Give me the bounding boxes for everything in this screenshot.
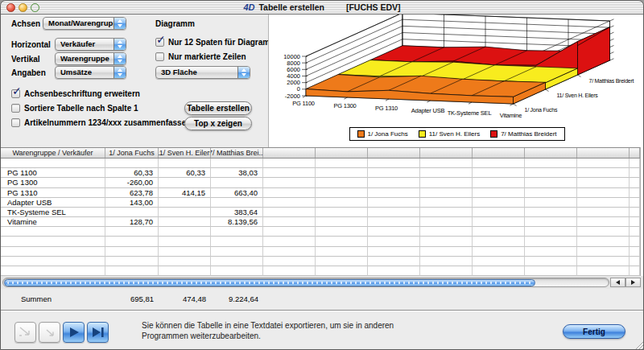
table-cell bbox=[630, 257, 640, 266]
table-cell bbox=[316, 247, 368, 257]
table-row[interactable] bbox=[1, 257, 640, 266]
achsen-popup[interactable]: Monat/Warengrupp... bbox=[43, 17, 126, 30]
vertical-scrollbar[interactable] bbox=[640, 147, 644, 276]
svg-text:8000: 8000 bbox=[287, 60, 300, 67]
table-row[interactable]: Vitamine128,708.139,56 bbox=[1, 217, 640, 227]
nav-next-record-button[interactable] bbox=[63, 322, 85, 343]
charttype-popup[interactable]: 3D Fläche bbox=[155, 66, 250, 79]
table-cell bbox=[420, 227, 473, 237]
table-cell bbox=[420, 247, 473, 257]
table-row[interactable]: PG 110060,3360,3338,03 bbox=[1, 168, 640, 178]
table-cell: 383,64 bbox=[211, 208, 263, 217]
table-row[interactable]: PG 1310623,78414,15663,40 bbox=[1, 188, 640, 198]
vertikal-popup[interactable]: Warengruppe bbox=[55, 52, 126, 65]
table-row[interactable]: Adapter USB143,00 bbox=[1, 198, 640, 208]
table-cell bbox=[368, 188, 420, 198]
table-cell bbox=[577, 208, 630, 217]
horizontal-popup[interactable]: Verkäufer bbox=[55, 38, 126, 51]
zoom-button[interactable] bbox=[31, 3, 39, 12]
table-cell bbox=[316, 188, 368, 198]
table-row[interactable] bbox=[1, 237, 640, 246]
summary-value: 474,48 bbox=[159, 292, 211, 305]
table-cell bbox=[525, 257, 577, 266]
table-cell bbox=[316, 168, 368, 178]
checkbox-box[interactable] bbox=[11, 118, 20, 127]
checkbox-box[interactable] bbox=[155, 38, 164, 47]
horizontal-scrollbar-thumb[interactable] bbox=[4, 279, 535, 286]
table-cell: -260,00 bbox=[105, 178, 159, 187]
artikelnummern-checkbox[interactable]: Artikelnummern 1234/xxx zusammenfassen bbox=[11, 118, 191, 127]
svg-text:PG 1300: PG 1300 bbox=[333, 102, 356, 109]
horizontal-scrollbar-track[interactable] bbox=[2, 278, 609, 287]
table-cell bbox=[316, 178, 368, 187]
checkbox-box[interactable] bbox=[11, 104, 20, 113]
table-cell bbox=[263, 178, 316, 187]
table-cell bbox=[1, 159, 105, 168]
table-header: Warengruppe / Verkäufer1/ Jona Fuchs11/ … bbox=[1, 147, 640, 159]
nur-markierte-zeilen-checkbox[interactable]: Nur markierte Zeilen bbox=[155, 52, 246, 61]
table-row[interactable]: PG 1300-260,00 bbox=[1, 178, 640, 187]
checkbox-box[interactable] bbox=[11, 89, 20, 98]
table-cell bbox=[630, 188, 640, 198]
table-cell bbox=[211, 237, 263, 246]
table-cell bbox=[316, 159, 368, 168]
table-cell bbox=[525, 237, 577, 246]
export-note: Sie können die Tabelle in eine Textdatei… bbox=[142, 321, 415, 341]
table-header-cell: 7/ Matthias Brei... bbox=[211, 148, 263, 158]
table-cell bbox=[473, 257, 525, 266]
table-cell bbox=[420, 188, 473, 198]
nav-last-record-button[interactable] bbox=[87, 322, 109, 343]
legend-label: 1/ Jona Fuchs bbox=[367, 130, 407, 138]
checkbox-box[interactable] bbox=[155, 52, 164, 61]
nav-first-record-button[interactable] bbox=[14, 322, 36, 343]
close-button[interactable] bbox=[6, 3, 15, 12]
4d-logo-icon: 4D bbox=[243, 2, 254, 12]
nav-previous-record-button[interactable] bbox=[39, 322, 60, 343]
table-cell bbox=[105, 266, 159, 276]
table-row[interactable] bbox=[1, 266, 640, 276]
table-cell: Vitamine bbox=[1, 217, 105, 227]
table-cell bbox=[211, 257, 263, 266]
legend-item: 7/ Matthias Breidert bbox=[490, 130, 556, 138]
footer-bar: Sie können die Tabelle in eine Textdatei… bbox=[1, 310, 644, 350]
table-cell bbox=[263, 247, 316, 257]
tabelle-erstellen-button[interactable]: Tabelle erstellen bbox=[184, 101, 252, 115]
table-row[interactable] bbox=[1, 247, 640, 257]
angaben-popup-value: Umsätze bbox=[56, 67, 114, 78]
table-cell bbox=[525, 198, 577, 208]
table-row[interactable] bbox=[1, 159, 640, 168]
table-cell bbox=[473, 227, 525, 237]
resize-grip[interactable] bbox=[633, 339, 644, 350]
svg-text:4000: 4000 bbox=[287, 72, 300, 80]
angaben-popup[interactable]: Umsätze bbox=[55, 66, 126, 79]
table-cell bbox=[420, 168, 473, 178]
scroll-right-arrow-button[interactable] bbox=[625, 278, 641, 287]
table-cell bbox=[211, 159, 263, 168]
minimize-button[interactable] bbox=[19, 3, 27, 12]
angaben-label: Angaben bbox=[11, 68, 46, 77]
popup-arrows-icon bbox=[114, 53, 126, 64]
table-cell bbox=[105, 208, 159, 217]
table-cell bbox=[630, 247, 640, 257]
table-cell bbox=[368, 208, 420, 217]
table-cell bbox=[577, 237, 630, 246]
table-cell bbox=[368, 257, 420, 266]
achsenbeschriftung-checkbox[interactable]: Achsenbeschriftung erweitern bbox=[11, 89, 140, 98]
table-row[interactable] bbox=[1, 227, 640, 237]
table-cell bbox=[473, 266, 525, 276]
table-cell bbox=[473, 198, 525, 208]
table-cell bbox=[159, 198, 211, 208]
right-arrow-icon bbox=[631, 280, 635, 285]
table-cell bbox=[105, 257, 159, 266]
table-cell: 8.139,56 bbox=[211, 217, 263, 227]
table-row[interactable]: TK-Systeme SEL383,64 bbox=[1, 208, 640, 217]
nur-12-spalten-checkbox[interactable]: Nur 12 Spaten für Diagramm bbox=[155, 38, 277, 47]
sortiere-tabelle-checkbox[interactable]: Sortiere Tabelle nach Spalte 1 bbox=[11, 104, 138, 113]
top-x-zeigen-button[interactable]: Top x zeigen bbox=[184, 117, 252, 130]
fertig-button[interactable]: Fertig bbox=[563, 324, 625, 339]
scroll-left-arrow-button[interactable] bbox=[610, 278, 625, 287]
summary-row: Summen 695,81 474,48 9.224,64 bbox=[1, 292, 640, 305]
table-cell bbox=[368, 266, 420, 276]
table-cell bbox=[473, 237, 525, 246]
table-cell bbox=[368, 217, 420, 227]
